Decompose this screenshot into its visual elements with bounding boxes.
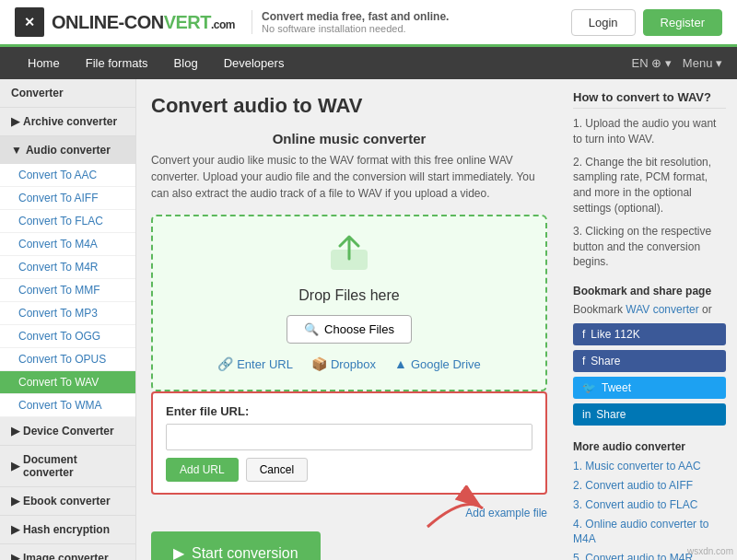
- sidebar-item-mp3[interactable]: Convert To MP3: [0, 302, 135, 325]
- right-sidebar: How to convert to WAV? 1. Upload the aud…: [562, 79, 737, 560]
- nav-item-blog[interactable]: Blog: [161, 47, 211, 79]
- sidebar: Converter ▶ Archive converter ▼ Audio co…: [0, 79, 136, 560]
- audio-label: Audio converter: [26, 144, 111, 157]
- nav-item-home[interactable]: Home: [15, 47, 73, 79]
- more-audio-item-2[interactable]: 2. Convert audio to AIFF: [573, 478, 726, 494]
- device-arrow: ▶: [11, 425, 19, 438]
- sidebar-converter-header[interactable]: Converter: [0, 79, 135, 107]
- linkedin-share-button[interactable]: in Share: [573, 403, 726, 426]
- image-arrow: ▶: [11, 552, 19, 560]
- nav-menu[interactable]: Menu ▾: [683, 56, 722, 70]
- sidebar-item-opus[interactable]: Convert To OPUS: [0, 348, 135, 371]
- facebook-like-button[interactable]: f Like 112K: [573, 323, 726, 345]
- red-arrow-indicator: [418, 485, 492, 534]
- sidebar-hash[interactable]: ▶ Hash encryption: [0, 516, 135, 544]
- url-label: Enter file URL:: [166, 404, 532, 418]
- twitter-icon: 🐦: [582, 381, 596, 394]
- content-area: Converter ▶ Archive converter ▼ Audio co…: [0, 79, 737, 560]
- facebook-icon: f: [582, 328, 585, 341]
- how-to-item-1: 1. Upload the audio you want to turn int…: [573, 116, 726, 147]
- dropbox-icon: 📦: [311, 356, 327, 371]
- center-text: Convert your audio like music to the WAV…: [151, 152, 547, 202]
- twitter-tweet-button[interactable]: 🐦 Tweet: [573, 377, 726, 399]
- dropbox-label: Dropbox: [331, 357, 376, 371]
- how-to-item-2: 2. Change the bit resolution, sampling r…: [573, 155, 726, 216]
- how-to-item-3: 3. Clicking on the respective button and…: [573, 224, 726, 270]
- sidebar-archive[interactable]: ▶ Archive converter: [0, 108, 135, 136]
- url-input-box: Enter file URL: Add URL Cancel: [151, 391, 547, 495]
- bookmark-title: Bookmark and share page: [573, 285, 726, 298]
- how-to-section: How to convert to WAV? 1. Upload the aud…: [573, 90, 726, 270]
- audio-arrow: ▼: [11, 144, 22, 157]
- sidebar-item-m4r[interactable]: Convert To M4R: [0, 256, 135, 279]
- nav-item-fileformats[interactable]: File formats: [73, 47, 161, 79]
- start-conversion-label: Start conversion: [192, 545, 298, 561]
- wav-converter-link[interactable]: WAV converter: [626, 303, 698, 316]
- nav-bar: Home File formats Blog Developers EN ⊕ ▾…: [0, 47, 737, 79]
- dropbox-option[interactable]: 📦 Dropbox: [311, 356, 376, 371]
- device-label: Device Converter: [23, 425, 114, 438]
- archive-arrow: ▶: [11, 115, 19, 128]
- upload-icon: [171, 235, 527, 280]
- like-label: Like 112K: [591, 328, 639, 341]
- center-title: Online music converter: [151, 131, 547, 146]
- sidebar-ebook[interactable]: ▶ Ebook converter: [0, 487, 135, 516]
- image-label: Image converter: [23, 552, 109, 560]
- share-fb-icon: f: [582, 355, 585, 368]
- tagline: Convert media free, fast and online. No …: [252, 10, 449, 34]
- play-icon: ▶: [173, 544, 184, 560]
- sidebar-item-ogg[interactable]: Convert To OGG: [0, 325, 135, 348]
- more-audio-item-1[interactable]: 1. Music converter to AAC: [573, 459, 726, 474]
- page-title: Convert audio to WAV: [151, 94, 547, 118]
- sidebar-audio-header[interactable]: ▼ Audio converter: [0, 136, 135, 164]
- cancel-url-button[interactable]: Cancel: [246, 458, 308, 482]
- sidebar-item-aiff[interactable]: Convert To AIFF: [0, 187, 135, 210]
- tagline-line2: No software installation needed.: [262, 23, 449, 34]
- url-options-row: 🔗 Enter URL 📦 Dropbox ▲ Google Drive: [171, 356, 527, 371]
- add-url-button[interactable]: Add URL: [166, 458, 239, 482]
- nav-language[interactable]: EN ⊕ ▾: [632, 56, 672, 70]
- sidebar-item-m4a[interactable]: Convert To M4A: [0, 233, 135, 256]
- sidebar-item-wav[interactable]: Convert To WAV: [0, 371, 135, 394]
- login-button[interactable]: Login: [571, 9, 636, 36]
- more-audio-section: More audio converter 1. Music converter …: [573, 440, 726, 560]
- register-button[interactable]: Register: [643, 9, 722, 36]
- nav-left: Home File formats Blog Developers: [15, 47, 297, 79]
- sidebar-document[interactable]: ▶ Document converter: [0, 446, 135, 487]
- nav-item-developers[interactable]: Developers: [211, 47, 298, 79]
- search-icon: 🔍: [304, 322, 319, 336]
- center-description: Online music converter Convert your audi…: [151, 131, 547, 202]
- sidebar-device[interactable]: ▶ Device Converter: [0, 417, 135, 446]
- upload-area: Drop Files here 🔍 Choose Files 🔗 Enter U…: [151, 215, 547, 391]
- share-fb-label: Share: [591, 355, 620, 368]
- start-conversion-button[interactable]: ▶ Start conversion: [151, 531, 321, 560]
- sidebar-item-mmf[interactable]: Convert To MMF: [0, 279, 135, 302]
- sidebar-item-flac[interactable]: Convert To FLAC: [0, 210, 135, 233]
- main-content: Convert audio to WAV Online music conver…: [136, 79, 562, 560]
- link-icon: 🔗: [217, 356, 233, 371]
- ebook-arrow: ▶: [11, 495, 19, 508]
- more-audio-item-4[interactable]: 4. Online audio converter to M4A: [573, 517, 726, 548]
- facebook-share-button[interactable]: f Share: [573, 350, 726, 372]
- document-label: Document converter: [23, 453, 124, 479]
- google-drive-option[interactable]: ▲ Google Drive: [394, 356, 481, 371]
- logo: ✕ ONLINE-CONVERT.com Convert media free,…: [15, 7, 449, 37]
- document-arrow: ▶: [11, 460, 19, 472]
- more-audio-item-3[interactable]: 3. Convert audio to FLAC: [573, 497, 726, 513]
- sidebar-item-aac[interactable]: Convert To AAC: [0, 164, 135, 187]
- archive-label: Archive converter: [23, 115, 117, 128]
- google-drive-icon: ▲: [394, 356, 407, 371]
- converter-label: Converter: [11, 87, 64, 99]
- drop-files-text: Drop Files here: [171, 287, 527, 304]
- linkedin-icon: in: [582, 408, 591, 421]
- sidebar-item-wma[interactable]: Convert To WMA: [0, 394, 135, 417]
- enter-url-option[interactable]: 🔗 Enter URL: [217, 356, 293, 371]
- sidebar-image[interactable]: ▶ Image converter: [0, 544, 135, 560]
- logo-icon: ✕: [15, 7, 44, 37]
- watermark: wsxdn.com: [687, 546, 733, 556]
- choose-files-button[interactable]: 🔍 Choose Files: [287, 315, 412, 344]
- url-input-field[interactable]: [166, 424, 532, 450]
- hash-arrow: ▶: [11, 523, 19, 536]
- sidebar-section-converter: Converter: [0, 79, 135, 108]
- tweet-label: Tweet: [602, 381, 631, 394]
